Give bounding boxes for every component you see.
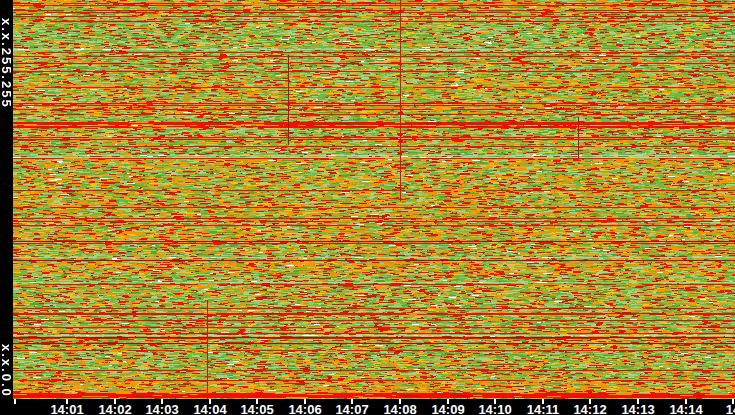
x-axis-tick-label: 14:09 <box>431 402 464 415</box>
x-axis-tick-label: 14:03 <box>145 402 178 415</box>
x-axis-tick-label: 14:11 <box>527 402 560 415</box>
x-axis-tick-label: 14:05 <box>240 402 273 415</box>
x-axis-tick-label: 14:14 <box>669 402 702 415</box>
traffic-heatmap-window: x.x.255.255 x.x.0.0 14:0114:0214:0314:04… <box>0 0 735 415</box>
x-axis-tick-label: 14:07 <box>335 402 368 415</box>
x-axis-tick-label: 14:02 <box>98 402 131 415</box>
x-axis-tick-label: 14:06 <box>288 402 321 415</box>
x-axis-strip: 14:0114:0214:0314:0414:0514:0614:0714:08… <box>0 399 735 415</box>
y-axis-label-top: x.x.255.255 <box>0 18 13 109</box>
x-axis-tick-label: 14:12 <box>573 402 606 415</box>
x-axis-tick <box>14 399 16 404</box>
x-axis-tick-label: 14 <box>726 402 735 415</box>
x-axis-tick-label: 14:10 <box>478 402 511 415</box>
x-axis-tick-label: 14:04 <box>193 402 226 415</box>
x-axis-tick-label: 14:01 <box>50 402 83 415</box>
y-axis-label-bottom: x.x.0.0 <box>0 344 13 398</box>
traffic-heatmap-canvas <box>13 0 735 399</box>
x-axis-tick-label: 14:13 <box>621 402 654 415</box>
x-axis-tick-label: 14:08 <box>383 402 416 415</box>
